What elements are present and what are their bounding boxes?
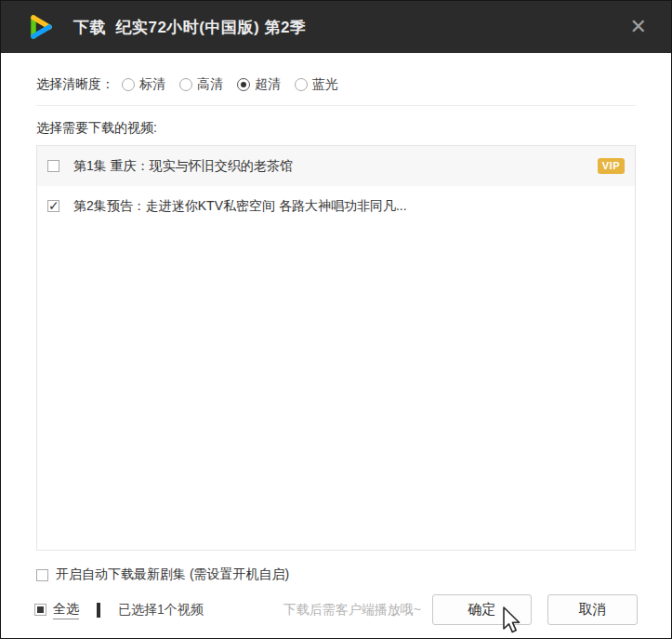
video-title: 第2集预告：走进迷你KTV私密空间 各路大神唱功非同凡... bbox=[73, 198, 407, 215]
clarity-option-sd[interactable]: 标清 bbox=[122, 76, 165, 93]
clarity-option-shd[interactable]: 超清 bbox=[237, 76, 281, 93]
clarity-label: 选择清晰度： bbox=[36, 76, 114, 93]
video-row-1[interactable]: 第1集 重庆：现实与怀旧交织的老茶馆 VIP bbox=[37, 146, 635, 186]
checkbox-icon[interactable] bbox=[36, 569, 48, 581]
dialog-content: 选择清晰度： 标清 高清 超清 蓝光 bbox=[1, 76, 671, 583]
cancel-button[interactable]: 取消 bbox=[547, 594, 638, 625]
clarity-option-hd[interactable]: 高清 bbox=[179, 76, 223, 93]
clarity-row: 选择清晰度： 标清 高清 超清 蓝光 bbox=[36, 76, 636, 93]
clarity-option-label: 高清 bbox=[197, 76, 223, 93]
vertical-divider bbox=[97, 603, 100, 618]
clarity-option-label: 超清 bbox=[255, 76, 281, 93]
clarity-radio-group: 标清 高清 超清 蓝光 bbox=[122, 76, 352, 93]
clarity-option-bluray[interactable]: 蓝光 bbox=[295, 76, 338, 93]
titlebar: 下载 纪实72小时(中国版) 第2季 ✕ bbox=[1, 1, 671, 53]
video-list-label: 选择需要下载的视频: bbox=[36, 120, 636, 137]
select-all-checkbox-icon[interactable] bbox=[34, 604, 46, 616]
vip-badge: VIP bbox=[598, 158, 625, 174]
radio-icon[interactable] bbox=[122, 78, 135, 91]
clarity-option-label: 标清 bbox=[139, 76, 165, 93]
video-title: 第1集 重庆：现实与怀旧交织的老茶馆 bbox=[73, 158, 293, 175]
checkbox-icon[interactable] bbox=[47, 160, 59, 172]
tencent-video-logo-icon bbox=[25, 12, 55, 42]
select-all-label[interactable]: 全选 bbox=[53, 601, 79, 619]
radio-icon[interactable] bbox=[237, 78, 250, 91]
auto-download-label: 开启自动下载最新剧集 (需设置开机自启) bbox=[56, 566, 289, 583]
radio-icon[interactable] bbox=[295, 78, 308, 91]
dialog-title: 下载 纪实72小时(中国版) 第2季 bbox=[73, 17, 306, 38]
checkbox-icon[interactable] bbox=[47, 200, 59, 212]
download-dialog: 下载 纪实72小时(中国版) 第2季 ✕ 选择清晰度： 标清 高清 超清 bbox=[0, 0, 672, 639]
footer-bar: 全选 已选择1个视频 下载后需客户端播放哦~ 确定 取消 bbox=[1, 594, 671, 625]
radio-icon[interactable] bbox=[179, 78, 192, 91]
confirm-button[interactable]: 确定 bbox=[432, 594, 532, 625]
video-row-2[interactable]: 第2集预告：走进迷你KTV私密空间 各路大神唱功非同凡... bbox=[37, 186, 635, 226]
clarity-option-label: 蓝光 bbox=[312, 76, 338, 93]
playback-hint-text: 下载后需客户端播放哦~ bbox=[283, 602, 421, 619]
auto-download-row[interactable]: 开启自动下载最新剧集 (需设置开机自启) bbox=[36, 566, 636, 583]
video-list: 第1集 重庆：现实与怀旧交织的老茶馆 VIP 第2集预告：走进迷你KTV私密空间… bbox=[36, 145, 636, 551]
selected-count-text: 已选择1个视频 bbox=[118, 602, 204, 619]
separator-line bbox=[36, 105, 636, 106]
close-icon[interactable]: ✕ bbox=[625, 13, 652, 41]
